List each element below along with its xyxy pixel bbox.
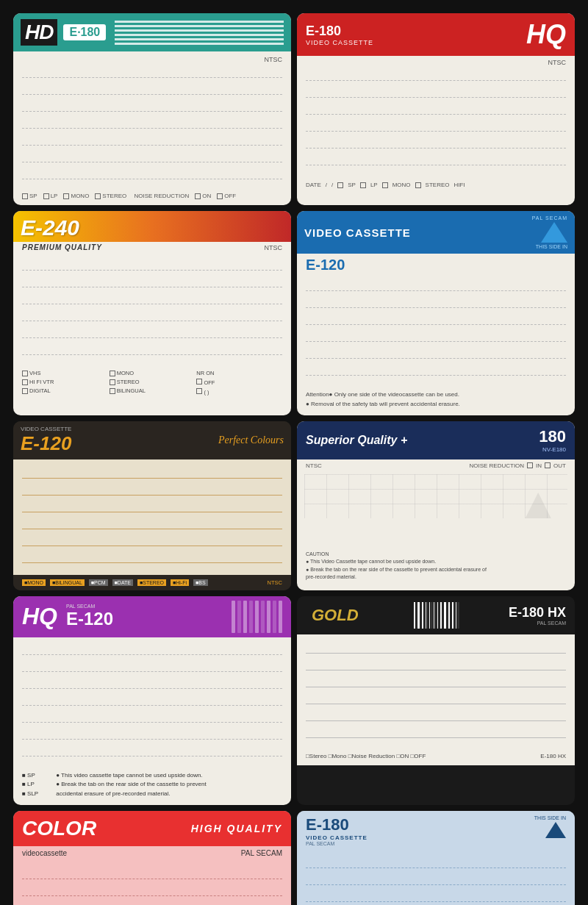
label-gold-e180hx: GOLD [297,596,575,805]
barcode [414,602,459,629]
e120-model: E-120 [66,609,113,629]
video-cassette-label: VIDEO CASSETTE [306,834,368,841]
page: HD E·180 NTSC [7,7,581,905]
label-superior-header: Superior Quality + 180 NV-E180 [297,421,575,459]
superior-quality-title: Superior Quality + [306,434,407,447]
ntsc-label: NTSC [306,59,566,66]
label-superior-quality: Superior Quality + 180 NV-E180 NTSC NOIS… [297,421,575,590]
hd-logo: HD [21,19,57,46]
video-cassette-label: VIDEO CASSETTE [306,39,373,46]
caution-text: CAUTION ● This Video Cassette tape canno… [297,548,575,587]
label-perfect-header: VIDEO CASSETTE E-120 Perfect Colours [13,421,291,459]
pal-secam-label: PAL SECAM [306,841,368,846]
color-brand: COLOR [22,817,96,840]
pal-secam-label: PAL SECAM [509,620,566,626]
ntsc-label: NTSC [265,244,283,251]
e180-model: E-180 [306,24,373,39]
this-side-in-label: THIS SIDE IN [536,244,567,249]
label-vc-pal-header: VIDEO CASSETTE PAL SECAM THIS SIDE IN [297,211,575,254]
label-hd-e180: HD E·180 NTSC [13,13,291,205]
label-e180-blue: E-180 VIDEO CASSETTE PAL SECAM THIS SIDE… [297,811,575,905]
label-e180-blue-header: E-180 VIDEO CASSETTE PAL SECAM THIS SIDE… [297,811,575,851]
label-gold-header: GOLD [297,596,575,634]
footer-options-text: □Stereo □Mono □Noise Reduction □ON □OFF [306,753,426,759]
this-side-in-label: THIS SIDE IN [534,815,566,820]
label-e180-hq-red-header: E-180 VIDEO CASSETTE HQ [297,13,575,56]
video-cassette-small: VIDEO CASSETTE [21,426,71,432]
e240-model: E-240 [21,215,79,240]
label-e180-hq-red: E-180 VIDEO CASSETTE HQ NTSC DATE / [297,13,575,205]
label-hq-e120-purple: HQ PAL SECAM E-120 [13,596,291,805]
side-in-arrow [541,222,567,243]
label-color-header: COLOR HIGH QUALITY [13,811,291,846]
label-hq-purple-header: HQ PAL SECAM E-120 [13,596,291,637]
e120-model: E-120 [297,254,575,275]
arrow-watermark: ▲ [517,478,560,529]
e120-model: E-120 [21,432,71,454]
footer-options: VHS HI FI VTR DIGITAL MONO STEREO BILING… [13,365,291,401]
e180-model: E-180 [306,815,368,834]
footer-options: ■MONO ■BILINGUAL ■PCM ■DATE ■STEREO ■Hi-… [13,575,291,590]
noise-reduction-label: NOISE REDUCTION [469,462,524,469]
pal-secam-label: PAL SECAM [66,604,113,609]
ntsc-label: NTSC [22,56,282,63]
video-cassette-title: VIDEO CASSETTE [304,226,411,239]
hq-logo: HQ [526,19,566,50]
label-e240-premium: E-240 PREMIUM QUALITY NTSC VHS [13,211,291,415]
hq-logo: HQ [22,603,57,630]
e180hx-model: E-180 HX [509,605,566,620]
footer-options: □Stereo □Mono □Noise Reduction □ON □OFF … [297,750,575,765]
premium-quality-label: PREMIUM QUALITY [22,243,102,251]
footer-bullets: ■ SP ■ LP ■ SLP ● This video cassette ta… [13,767,291,805]
label-hd-e180-header: HD E·180 [13,13,291,51]
pal-secam-label: PAL SECAM [241,849,282,857]
footer-options: SP LP MONO STEREO NOISE REDUCTION ON OFF [13,193,291,205]
model-label: E-180 HX [540,753,566,759]
label-e240-header: E-240 [13,211,291,242]
ntsc-label: NTSC [306,462,322,469]
videocassette-subtitle: videocassette [22,849,67,857]
pal-secam-label: PAL SECAM [532,215,567,221]
label-color-high-quality: COLOR HIGH QUALITY videocassette PAL SEC… [13,811,291,905]
side-in-arrow [545,822,566,838]
footer-attention: Attention● Only one side of the videocas… [297,384,575,415]
e180-badge: E·180 [63,24,106,40]
ntsc-label: NTSC [268,579,282,586]
label-e120-perfect-colours: VIDEO CASSETTE E-120 Perfect Colours ■MO… [13,421,291,590]
high-quality-label: HIGH QUALITY [191,823,282,834]
perfect-colours-brand: Perfect Colours [218,434,284,446]
nv-code: NV-E180 [542,446,566,453]
model-number: 180 [539,427,566,446]
footer-options: DATE / / SP LP MONO STEREO HIFI [297,179,575,194]
gold-brand: GOLD [306,604,365,626]
label-vc-pal-secam: VIDEO CASSETTE PAL SECAM THIS SIDE IN E-… [297,211,575,415]
